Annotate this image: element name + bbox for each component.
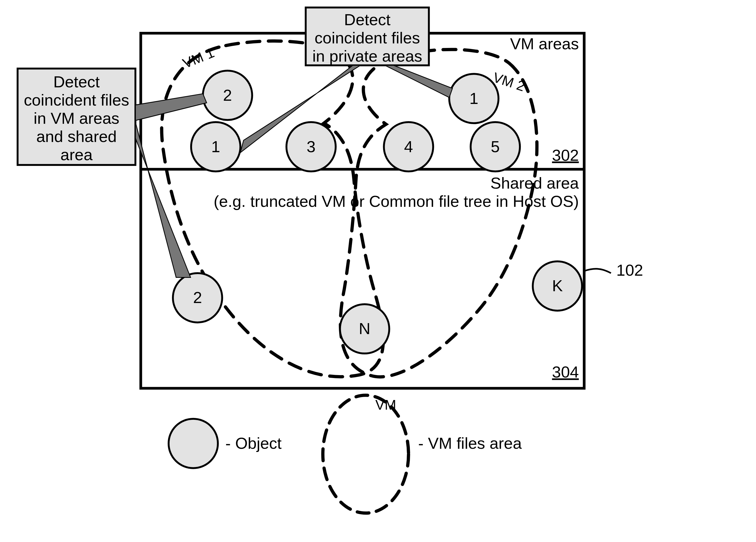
legend-object: - Object — [169, 419, 282, 468]
wedge-left-to-shared-obj2 — [135, 122, 190, 278]
svg-text:K: K — [552, 277, 563, 295]
shared-area-ref: 304 — [552, 363, 579, 381]
svg-point-30 — [323, 395, 409, 513]
wedge-top-to-vm2-obj1 — [385, 65, 452, 98]
leader-102 — [584, 269, 611, 273]
svg-point-28 — [169, 419, 218, 468]
vm1-label: VM 1 — [181, 45, 216, 71]
object-vm2-bottom: 5 — [471, 122, 520, 171]
object-vm2-top: 1 — [449, 74, 499, 123]
svg-text:- Object: - Object — [225, 434, 282, 452]
vm-areas-ref: 302 — [552, 146, 579, 164]
svg-text:- VM files area: - VM files area — [418, 434, 522, 452]
svg-text:coincident files: coincident files — [315, 29, 420, 47]
object-vm1-bottom: 1 — [191, 122, 240, 171]
svg-text:3: 3 — [306, 138, 315, 156]
object-shared-left: 2 — [173, 273, 222, 322]
svg-text:4: 4 — [404, 138, 413, 156]
svg-text:5: 5 — [491, 138, 500, 156]
svg-text:N: N — [359, 320, 370, 338]
svg-text:Detect: Detect — [53, 73, 100, 91]
callout-private: Detect coincident files in private areas — [306, 8, 429, 65]
outer-ref-label: 102 — [616, 261, 643, 279]
object-shared-center: N — [340, 304, 389, 353]
svg-text:2: 2 — [193, 289, 202, 306]
legend-vm: VM - VM files area — [323, 395, 522, 513]
object-shared-right: K — [533, 261, 582, 311]
svg-text:area: area — [61, 146, 93, 164]
svg-text:in private areas: in private areas — [312, 47, 422, 65]
object-vm1-top: 2 — [203, 71, 252, 120]
svg-text:2: 2 — [223, 86, 232, 104]
svg-text:coincident files: coincident files — [24, 91, 129, 109]
shared-area-label-2: (e.g. truncated VM or Common file tree i… — [214, 192, 579, 210]
wedge-left-to-vm1-obj2 — [135, 94, 207, 121]
svg-text:1: 1 — [469, 89, 478, 107]
svg-text:VM: VM — [375, 397, 396, 413]
vm-areas-label: VM areas — [510, 35, 579, 53]
diagram-root: VM areas 302 Shared area (e.g. truncated… — [0, 0, 756, 542]
svg-text:Detect: Detect — [344, 11, 391, 29]
object-mid3: 3 — [286, 122, 336, 171]
svg-text:1: 1 — [211, 138, 220, 156]
object-mid4: 4 — [384, 122, 433, 171]
svg-text:in VM areas: in VM areas — [34, 109, 119, 127]
callout-shared: Detect coincident files in VM areas and … — [18, 69, 136, 165]
svg-text:and shared: and shared — [36, 128, 117, 145]
